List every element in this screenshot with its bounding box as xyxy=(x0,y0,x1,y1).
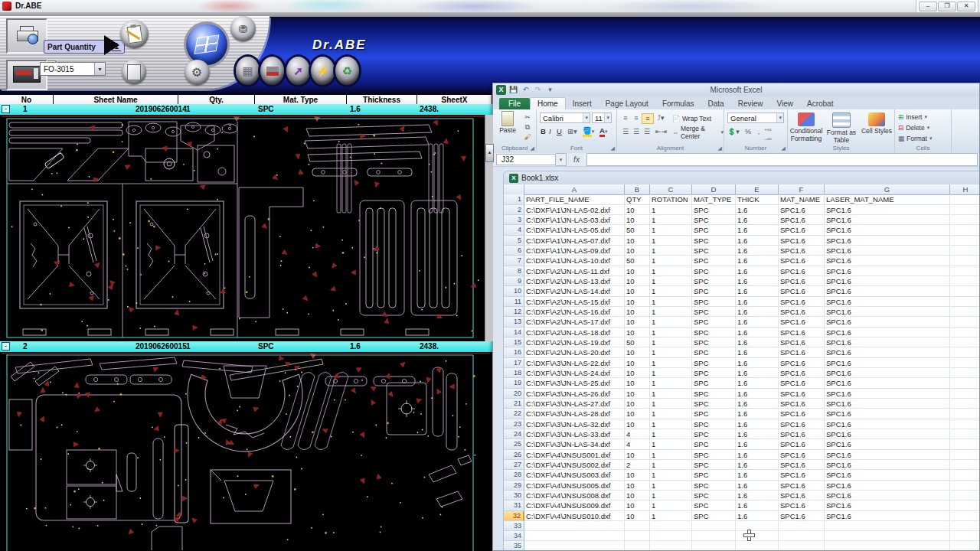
cell-G12[interactable]: SPC1.6 xyxy=(825,307,950,317)
cell-B28[interactable]: 10 xyxy=(625,470,650,480)
cell-H31[interactable] xyxy=(950,500,980,510)
cell-D3[interactable]: SPC xyxy=(692,215,736,225)
cell-D18[interactable]: SPC xyxy=(692,368,736,378)
cell-A23[interactable]: C:\DXF\A3\JN-LAS-32.dxf xyxy=(524,419,625,429)
cell-A18[interactable]: C:\DXF\A3\JN-LAS-24.dxf xyxy=(524,368,625,378)
conditional-formatting-button[interactable]: Conditional Formatting xyxy=(789,112,823,143)
close-button[interactable]: ✕ xyxy=(957,2,975,11)
cell-G15[interactable]: SPC1.6 xyxy=(825,337,950,347)
cell-A35[interactable] xyxy=(524,541,625,551)
workbook-titlebar[interactable]: X Book1.xlsx xyxy=(503,171,980,184)
cell-G2[interactable]: SPC1.6 xyxy=(825,205,950,215)
cell-D29[interactable]: SPC xyxy=(692,481,736,491)
cell-E15[interactable]: 1.6 xyxy=(736,337,779,347)
nesting-scrollbar[interactable]: ▲ xyxy=(485,115,493,341)
clipboard-dialog-launcher[interactable]: ◢ xyxy=(531,145,534,152)
setup-button[interactable]: ⚙ xyxy=(185,60,210,85)
cell-H34[interactable] xyxy=(950,531,980,541)
cell-A13[interactable]: C:\DXF\A2\JN-LAS-17.dxf xyxy=(524,317,625,327)
cell-G18[interactable]: SPC1.6 xyxy=(825,368,950,378)
cell-F19[interactable]: SPC1.6 xyxy=(779,378,825,388)
cell-E32[interactable]: 1.6 xyxy=(736,511,779,521)
cell-H5[interactable] xyxy=(950,236,980,246)
cell-A25[interactable]: C:\DXF\A3\JN-LAS-34.dxf xyxy=(524,439,625,449)
cell-D32[interactable]: SPC xyxy=(692,511,736,521)
cell-H24[interactable] xyxy=(950,429,980,439)
cell-H9[interactable] xyxy=(950,276,980,286)
cell-D2[interactable]: SPC xyxy=(692,205,736,215)
cell-E19[interactable]: 1.6 xyxy=(736,378,779,388)
cell-H12[interactable] xyxy=(950,307,980,317)
cell-G31[interactable]: SPC1.6 xyxy=(825,500,950,510)
row-header-21[interactable]: 21 xyxy=(504,399,524,409)
cell-B20[interactable]: 10 xyxy=(625,389,650,399)
cell-H2[interactable] xyxy=(950,205,980,215)
row-header-19[interactable]: 19 xyxy=(504,378,524,388)
quick-job-button[interactable]: ⚡ xyxy=(311,57,335,85)
cell-G26[interactable]: SPC1.6 xyxy=(825,450,950,460)
row-header-24[interactable]: 24 xyxy=(504,429,524,439)
tab-view[interactable]: View xyxy=(769,98,800,109)
cell-C8[interactable]: 1 xyxy=(650,266,692,276)
cell-C6[interactable]: 1 xyxy=(650,246,692,256)
cell-G24[interactable]: SPC1.6 xyxy=(825,429,950,439)
cell-E12[interactable]: 1.6 xyxy=(736,307,779,317)
column-header-H[interactable]: H xyxy=(950,184,980,195)
cell-D19[interactable]: SPC xyxy=(692,378,736,388)
cell-E27[interactable]: 1.6 xyxy=(736,460,779,470)
cell-D9[interactable]: SPC xyxy=(692,276,736,286)
align-middle-icon[interactable]: ≡ xyxy=(631,113,642,122)
cell-A4[interactable]: C:\DXF\A1\JN-LAS-05.dxf xyxy=(524,225,625,235)
cell-D27[interactable]: SPC xyxy=(692,460,736,470)
cell-D26[interactable]: SPC xyxy=(692,450,736,460)
cell-A6[interactable]: C:\DXF\A1\JN-LAS-09.dxf xyxy=(524,246,625,256)
cell-D11[interactable]: SPC xyxy=(692,297,736,307)
cell-E1[interactable]: THICK xyxy=(736,194,779,204)
row-header-29[interactable]: 29 xyxy=(504,481,524,491)
cell-D34[interactable] xyxy=(692,531,736,541)
cell-B34[interactable] xyxy=(625,531,650,541)
cell-C2[interactable]: 1 xyxy=(650,205,692,215)
cell-D13[interactable]: SPC xyxy=(692,317,736,327)
cell-H21[interactable] xyxy=(950,399,980,409)
cell-E21[interactable]: 1.6 xyxy=(736,399,779,409)
cell-E17[interactable]: 1.6 xyxy=(736,358,779,368)
cell-H28[interactable] xyxy=(950,470,980,480)
cell-E23[interactable]: 1.6 xyxy=(736,419,779,429)
cell-D4[interactable]: SPC xyxy=(692,225,736,235)
insert-function-icon[interactable]: fx xyxy=(567,155,586,164)
cell-B8[interactable]: 10 xyxy=(625,266,650,276)
cell-A14[interactable]: C:\DXF\A2\JN-LAS-18.dxf xyxy=(524,328,625,337)
underline-button[interactable]: U xyxy=(557,126,562,136)
cell-A32[interactable]: C:\DXF\A4\JNSUS010.dxf xyxy=(524,511,625,521)
tool-magazine-button[interactable]: ⛃ xyxy=(230,16,256,41)
row-header-32[interactable]: 32 xyxy=(504,511,524,521)
cell-F6[interactable]: SPC1.6 xyxy=(779,246,825,256)
schedule-button[interactable]: ➚ xyxy=(286,57,310,85)
cell-C18[interactable]: 1 xyxy=(650,368,692,378)
cell-C13[interactable]: 1 xyxy=(650,317,692,327)
cell-E24[interactable]: 1.6 xyxy=(736,429,779,439)
reprocess-button[interactable]: ♻ xyxy=(335,57,359,85)
cell-D8[interactable]: SPC xyxy=(692,266,736,276)
cell-E10[interactable]: 1.6 xyxy=(736,286,779,296)
row-header-27[interactable]: 27 xyxy=(504,460,524,470)
align-bottom-icon[interactable]: ≡ xyxy=(642,113,654,124)
cell-B3[interactable]: 10 xyxy=(625,215,650,225)
cell-G1[interactable]: LASER_MAT_NAME xyxy=(825,194,950,204)
cell-G13[interactable]: SPC1.6 xyxy=(825,317,950,327)
cell-D30[interactable]: SPC xyxy=(692,491,736,500)
font-size-select[interactable]: 11▾ xyxy=(592,112,612,123)
cell-E7[interactable]: 1.6 xyxy=(736,256,779,266)
cell-G6[interactable]: SPC1.6 xyxy=(825,246,950,256)
cell-A33[interactable] xyxy=(524,521,625,531)
cell-D31[interactable]: SPC xyxy=(692,500,736,510)
cell-C35[interactable] xyxy=(650,541,692,551)
cell-D33[interactable] xyxy=(692,521,736,531)
bold-button[interactable]: B xyxy=(541,126,546,136)
cell-B15[interactable]: 50 xyxy=(625,337,650,347)
cell-C1[interactable]: ROTATION xyxy=(650,194,692,204)
cell-E33[interactable] xyxy=(736,521,779,531)
run-nesting-button[interactable] xyxy=(104,35,119,55)
row-header-34[interactable]: 34 xyxy=(504,531,524,541)
